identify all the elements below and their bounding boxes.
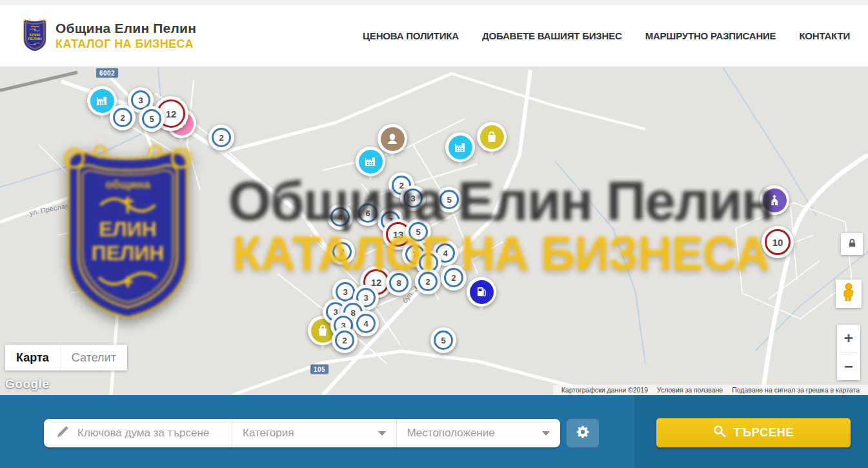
- pin-marker[interactable]: [356, 147, 385, 176]
- map-type-control: Карта Сателит: [5, 345, 127, 371]
- site-header: Община Елин Пелин КАТАЛОГ НА БИЗНЕСА ЦЕН…: [0, 5, 868, 67]
- location-dropdown-value: Местоположение: [407, 427, 495, 440]
- road-badge: 105: [310, 365, 328, 374]
- search-button-label: ТЪРСЕНЕ: [734, 426, 794, 440]
- factory-icon: [449, 136, 472, 159]
- chevron-down-icon: [542, 431, 550, 436]
- chevron-down-icon: [378, 431, 386, 436]
- cluster-marker[interactable]: 4: [353, 310, 379, 336]
- factory-icon: [90, 89, 114, 113]
- road-badge: 6002: [96, 68, 118, 78]
- pin-marker[interactable]: [445, 132, 475, 162]
- cluster-marker[interactable]: 5: [430, 327, 456, 353]
- cluster-marker[interactable]: 2: [332, 327, 358, 353]
- cluster-marker[interactable]: 10: [762, 226, 794, 258]
- cluster-marker[interactable]: 4: [327, 204, 353, 230]
- search-icon: [713, 425, 726, 441]
- map-type-satellite-button[interactable]: Сателит: [60, 345, 127, 371]
- pegman-icon: [842, 283, 856, 305]
- church-icon: [763, 188, 787, 212]
- site-logo[interactable]: Община Елин Пелин КАТАЛОГ НА БИЗНЕСА: [22, 17, 196, 55]
- cluster-marker[interactable]: 6: [355, 200, 381, 226]
- search-fields: Категория Местоположение: [44, 419, 560, 447]
- pin-marker[interactable]: [760, 185, 789, 215]
- cluster-marker[interactable]: 5: [405, 219, 431, 245]
- page-top-strip: [0, 0, 868, 5]
- nav-item-2[interactable]: МАРШРУТНО РАЗПИСАНИЕ: [645, 30, 776, 41]
- main-nav: ЦЕНОВА ПОЛИТИКАДОБАВЕТЕ ВАШИЯТ БИЗНЕСМАР…: [363, 30, 850, 41]
- factory-icon: [359, 150, 383, 174]
- site-subtitle: КАТАЛОГ НА БИЗНЕСА: [56, 37, 196, 51]
- cluster-marker[interactable]: 2: [110, 105, 136, 130]
- lock-button[interactable]: [841, 233, 863, 255]
- search-button[interactable]: ТЪРСЕНЕ: [656, 418, 851, 447]
- zoom-control: + −: [837, 325, 860, 380]
- category-dropdown[interactable]: Категория: [232, 419, 396, 447]
- advanced-settings-button[interactable]: [567, 419, 599, 447]
- cluster-marker[interactable]: 2: [441, 265, 467, 290]
- shopping-bag-icon: [480, 125, 504, 149]
- cluster-marker[interactable]: 2: [415, 269, 441, 294]
- cluster-marker[interactable]: 5: [139, 106, 165, 132]
- gas-station-icon: [470, 280, 494, 304]
- category-dropdown-value: Категория: [243, 427, 294, 440]
- cluster-marker[interactable]: 5: [436, 187, 462, 212]
- cluster-marker[interactable]: 8: [386, 270, 412, 296]
- cluster-marker[interactable]: 2: [208, 125, 234, 150]
- pin-marker[interactable]: [467, 277, 496, 307]
- map-type-map-button[interactable]: Карта: [5, 345, 60, 371]
- pin-marker[interactable]: [477, 122, 507, 152]
- municipality-crest-icon: [22, 17, 48, 55]
- nav-item-3[interactable]: КОНТАКТИ: [799, 30, 850, 41]
- cluster-marker[interactable]: 2: [329, 239, 355, 265]
- map-canvas[interactable]: 6002105 ул. Преславбул. „Новосел 3212522…: [0, 67, 868, 395]
- lock-icon: [847, 238, 857, 250]
- keyword-search-input[interactable]: [77, 427, 223, 440]
- street-view-pegman-button[interactable]: [836, 280, 862, 308]
- cluster-marker[interactable]: 3: [400, 185, 426, 211]
- zoom-out-button[interactable]: −: [837, 353, 860, 381]
- zoom-in-button[interactable]: +: [837, 325, 860, 352]
- google-logo[interactable]: Google: [5, 377, 49, 391]
- pencil-icon: [56, 425, 70, 442]
- gear-icon: [576, 425, 590, 442]
- keyword-field-wrap: [44, 419, 232, 447]
- nav-item-1[interactable]: ДОБАВЕТЕ ВАШИЯТ БИЗНЕС: [482, 30, 622, 41]
- site-title: Община Елин Пелин: [56, 21, 196, 36]
- map-attribution: Картографски данни ©2019 Условия за полз…: [553, 385, 868, 395]
- attribution-copyright: Картографски данни ©2019: [557, 386, 652, 394]
- attribution-report-link[interactable]: Подаване на сигнал за грешка в картата: [727, 386, 864, 394]
- nav-item-0[interactable]: ЦЕНОВА ПОЛИТИКА: [363, 30, 459, 41]
- attribution-terms-link[interactable]: Условия за ползване: [652, 386, 727, 394]
- location-dropdown[interactable]: Местоположение: [396, 419, 561, 447]
- search-bar: Категория Местоположение ТЪРСЕНЕ: [0, 395, 868, 468]
